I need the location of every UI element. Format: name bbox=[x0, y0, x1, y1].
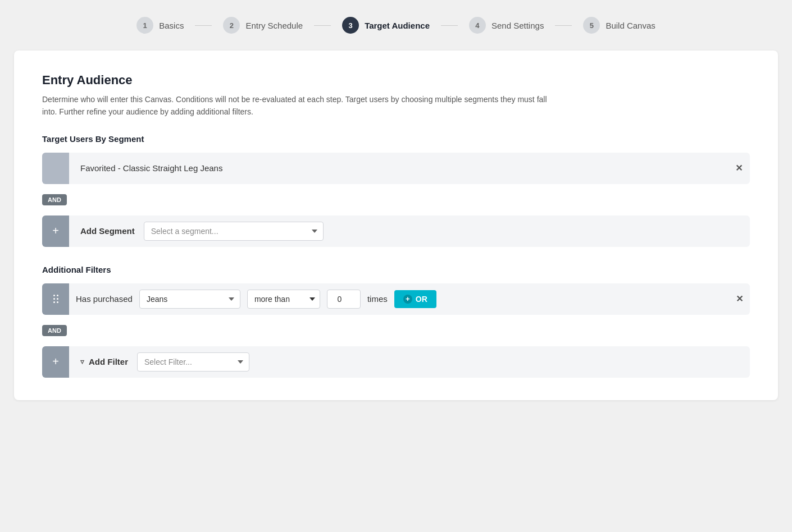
add-filter-plus-button[interactable]: + bbox=[42, 346, 69, 378]
step-circle-4: 4 bbox=[469, 17, 486, 34]
step-circle-2: 2 bbox=[223, 17, 240, 34]
step-entry-schedule[interactable]: 2 Entry Schedule bbox=[212, 11, 314, 39]
step-circle-1: 1 bbox=[136, 17, 153, 34]
purchased-item-dropdown[interactable]: Jeans bbox=[139, 290, 240, 309]
add-filter-label: ▿ Add Filter bbox=[80, 357, 128, 366]
step-divider-3 bbox=[441, 25, 458, 26]
step-send-settings[interactable]: 4 Send Settings bbox=[458, 11, 555, 39]
entry-audience-description: Determine who will enter this Canvas. Co… bbox=[42, 93, 548, 118]
segment-name-text: Favorited - Classic Straight Leg Jeans bbox=[69, 163, 727, 173]
and-badge-filter: AND bbox=[42, 325, 67, 336]
filter-type-dropdown[interactable]: Select Filter... bbox=[137, 352, 249, 372]
add-segment-content: Add Segment Select a segment... bbox=[69, 222, 750, 241]
step-label-send-settings: Send Settings bbox=[491, 21, 544, 30]
add-filter-content: ▿ Add Filter Select Filter... bbox=[69, 352, 750, 372]
step-basics[interactable]: 1 Basics bbox=[125, 11, 195, 39]
step-label-entry-schedule: Entry Schedule bbox=[245, 21, 303, 30]
add-segment-row: + Add Segment Select a segment... bbox=[42, 215, 750, 247]
segment-remove-button[interactable]: ✕ bbox=[727, 163, 750, 173]
entry-audience-title: Entry Audience bbox=[42, 73, 750, 88]
step-build-canvas[interactable]: 5 Build Canvas bbox=[572, 11, 666, 39]
or-button-label: OR bbox=[416, 295, 427, 304]
step-label-build-canvas: Build Canvas bbox=[606, 21, 655, 30]
filter-row: Has purchased Jeans more than times + OR… bbox=[42, 283, 750, 315]
step-circle-5: 5 bbox=[583, 17, 600, 34]
step-target-audience[interactable]: 3 Target Audience bbox=[331, 11, 441, 39]
add-segment-label: Add Segment bbox=[80, 226, 135, 236]
comparison-operator-dropdown[interactable]: more than bbox=[247, 290, 320, 309]
step-divider-4 bbox=[555, 25, 572, 26]
times-label: times bbox=[367, 294, 388, 304]
additional-filters-title: Additional Filters bbox=[42, 265, 750, 274]
filter-content: Has purchased Jeans more than times + OR bbox=[76, 290, 722, 309]
step-divider-1 bbox=[195, 25, 212, 26]
segment-select-dropdown[interactable]: Select a segment... bbox=[144, 222, 324, 241]
filter-remove-button[interactable]: ✕ bbox=[729, 293, 750, 304]
stepper: 1 Basics 2 Entry Schedule 3 Target Audie… bbox=[14, 11, 778, 39]
target-users-section-title: Target Users By Segment bbox=[42, 134, 750, 144]
filter-funnel-icon: ▿ bbox=[80, 357, 84, 366]
step-circle-3: 3 bbox=[342, 17, 359, 34]
step-divider-2 bbox=[314, 25, 331, 26]
add-segment-plus-button[interactable]: + bbox=[42, 215, 69, 247]
has-purchased-label: Has purchased bbox=[76, 294, 133, 304]
main-card: Entry Audience Determine who will enter … bbox=[14, 51, 778, 400]
segment-row-existing: Favorited - Classic Straight Leg Jeans ✕ bbox=[42, 153, 750, 184]
or-button[interactable]: + OR bbox=[394, 290, 436, 308]
step-label-basics: Basics bbox=[159, 21, 184, 30]
and-badge-segment: AND bbox=[42, 194, 67, 205]
step-label-target-audience: Target Audience bbox=[365, 21, 430, 30]
quantity-input[interactable] bbox=[327, 290, 361, 309]
or-plus-icon: + bbox=[403, 295, 412, 304]
filter-drag-handle[interactable] bbox=[42, 283, 69, 315]
segment-handle bbox=[42, 153, 69, 184]
drag-dots-icon bbox=[53, 295, 58, 303]
add-filter-row: + ▿ Add Filter Select Filter... bbox=[42, 346, 750, 378]
